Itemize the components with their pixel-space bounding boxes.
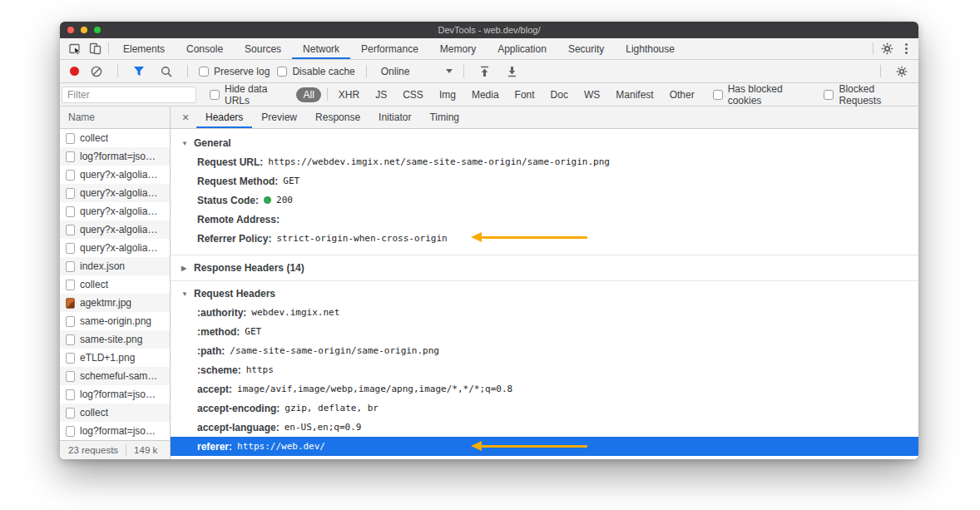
close-window-button[interactable]: [67, 27, 74, 33]
filter-pill-doc[interactable]: Doc: [544, 87, 575, 102]
file-icon: [66, 334, 75, 345]
image-thumbnail-icon: [66, 298, 75, 309]
has-blocked-cookies-checkbox[interactable]: Has blocked cookies: [713, 83, 811, 106]
request-row[interactable]: same-origin.png: [60, 312, 170, 330]
divider: [327, 88, 328, 101]
zoom-window-button[interactable]: [94, 27, 101, 33]
minimize-window-button[interactable]: [81, 27, 87, 33]
response-headers-section: ▶ Response Headers (14): [171, 255, 918, 280]
tab-headers[interactable]: Headers: [196, 106, 252, 128]
hide-data-urls-label: Hide data URLs: [225, 83, 288, 106]
filter-pill-media[interactable]: Media: [465, 87, 506, 102]
request-row[interactable]: collect: [60, 404, 170, 422]
tab-sources[interactable]: Sources: [234, 38, 292, 59]
tab-timing[interactable]: Timing: [420, 106, 468, 128]
filter-pill-css[interactable]: CSS: [396, 87, 430, 102]
tab-console[interactable]: Console: [176, 38, 234, 59]
divider: [117, 65, 118, 77]
response-headers-header[interactable]: ▶ Response Headers (14): [171, 259, 918, 277]
filter-pill-img[interactable]: Img: [433, 87, 463, 102]
blocked-requests-checkbox[interactable]: Blocked Requests: [824, 83, 912, 106]
network-filter-bar: Hide data URLs All XHR JS CSS Img Media …: [60, 83, 918, 106]
filter-pill-font[interactable]: Font: [508, 87, 542, 102]
request-row[interactable]: log?format=jso…: [60, 422, 170, 440]
file-icon: [66, 188, 75, 199]
inspect-element-icon[interactable]: [65, 38, 85, 59]
filter-pill-other[interactable]: Other: [663, 87, 701, 102]
page-background: DevTools - web.dev/blog/ Elements Consol…: [0, 0, 980, 510]
tab-performance[interactable]: Performance: [350, 38, 429, 59]
request-row[interactable]: log?format=jso…: [60, 385, 170, 404]
file-icon: [66, 243, 75, 254]
file-icon: [66, 206, 75, 217]
filter-pill-all[interactable]: All: [296, 87, 320, 102]
settings-gear-icon[interactable]: [877, 38, 897, 59]
throttling-dropdown[interactable]: Online: [381, 66, 453, 77]
divider: [187, 65, 188, 77]
file-icon: [66, 133, 75, 144]
filter-input[interactable]: [62, 87, 196, 103]
request-row[interactable]: schemeful-sam…: [60, 367, 170, 385]
close-icon[interactable]: ×: [175, 106, 196, 128]
request-row[interactable]: same-site.png: [60, 330, 170, 349]
headers-content: ▼ General Request URL:https://webdev.img…: [171, 129, 918, 459]
tab-network[interactable]: Network: [292, 38, 350, 59]
divider: [873, 42, 874, 55]
tab-application[interactable]: Application: [487, 38, 557, 59]
import-har-icon[interactable]: [475, 66, 495, 77]
window-titlebar: DevTools - web.dev/blog/: [60, 22, 918, 38]
search-icon[interactable]: [156, 66, 176, 77]
hide-data-urls-checkbox[interactable]: Hide data URLs: [210, 83, 288, 106]
request-headers-header[interactable]: ▼ Request Headers: [171, 285, 918, 303]
requests-sidebar: Name collect log?format=jso… query?x-alg…: [60, 106, 171, 459]
annotation-arrow-referrer-policy: [482, 236, 587, 239]
export-har-icon[interactable]: [502, 66, 522, 77]
network-settings-gear-icon[interactable]: [892, 66, 912, 77]
filter-funnel-icon[interactable]: [129, 66, 149, 77]
tab-security[interactable]: Security: [557, 38, 615, 59]
devtools-tabbar: Elements Console Sources Network Perform…: [60, 38, 918, 60]
record-button[interactable]: [70, 67, 79, 76]
header-line-method: :method:GET: [171, 322, 918, 341]
tab-initiator[interactable]: Initiator: [369, 106, 420, 128]
tab-lighthouse[interactable]: Lighthouse: [615, 38, 686, 59]
filter-pill-manifest[interactable]: Manifest: [609, 87, 660, 102]
device-toolbar-icon[interactable]: [85, 38, 105, 59]
preserve-log-checkbox[interactable]: Preserve log: [199, 66, 270, 77]
name-column-header[interactable]: Name: [60, 106, 170, 129]
resource-type-filters: All XHR JS CSS Img Media Font Doc WS Man…: [296, 87, 700, 102]
header-line-request-url: Request URL:https://webdev.imgix.net/sam…: [171, 152, 918, 171]
general-section-header[interactable]: ▼ General: [171, 134, 918, 152]
request-row[interactable]: log?format=jso…: [60, 147, 170, 166]
network-summary-bar: 23 requests 149 k: [60, 440, 170, 459]
checkbox-icon: [210, 90, 220, 100]
request-row[interactable]: collect: [60, 129, 170, 147]
blocked-requests-label: Blocked Requests: [839, 83, 912, 106]
tab-elements[interactable]: Elements: [112, 38, 176, 59]
header-line-remote-address: Remote Address:: [171, 210, 918, 229]
filter-pill-xhr[interactable]: XHR: [332, 87, 366, 102]
file-icon: [66, 170, 75, 181]
more-options-icon[interactable]: [897, 38, 915, 59]
checkbox-icon: [824, 90, 834, 100]
divider: [463, 65, 464, 77]
request-row[interactable]: eTLD+1.png: [60, 349, 170, 367]
tab-memory[interactable]: Memory: [429, 38, 487, 59]
request-row[interactable]: query?x-algolia…: [60, 220, 170, 239]
filter-pill-ws[interactable]: WS: [577, 87, 606, 102]
filter-pill-js[interactable]: JS: [369, 87, 393, 102]
request-row[interactable]: query?x-algolia…: [60, 239, 170, 257]
request-row[interactable]: index.json: [60, 257, 170, 275]
request-headers-section: ▼ Request Headers :authority:webdev.imgi…: [171, 280, 918, 456]
request-row[interactable]: query?x-algolia…: [60, 166, 170, 184]
clear-log-icon[interactable]: [87, 66, 106, 77]
triangle-expanded-icon: ▼: [181, 290, 188, 298]
tab-preview[interactable]: Preview: [252, 106, 306, 128]
request-row[interactable]: collect: [60, 275, 170, 294]
tab-response[interactable]: Response: [306, 106, 369, 128]
disable-cache-checkbox[interactable]: Disable cache: [277, 66, 354, 77]
request-row[interactable]: query?x-algolia…: [60, 184, 170, 202]
request-row[interactable]: query?x-algolia…: [60, 202, 170, 220]
window-title: DevTools - web.dev/blog/: [438, 25, 541, 35]
request-row[interactable]: agektmr.jpg: [60, 294, 170, 312]
